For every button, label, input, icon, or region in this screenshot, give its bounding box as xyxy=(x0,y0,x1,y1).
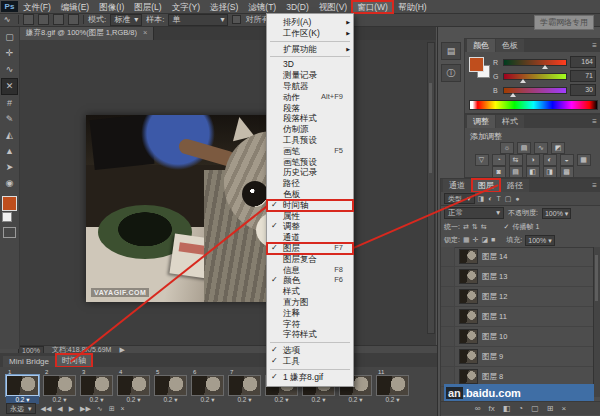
frame-delay-dropdown[interactable]: 0.2 ▾ xyxy=(265,396,298,404)
layer-thumbnail[interactable] xyxy=(459,309,478,324)
frame-delay-dropdown[interactable]: 0.2 ▾ xyxy=(376,396,409,404)
filter-icon[interactable]: ▢ xyxy=(505,195,512,203)
window-menu-item[interactable]: 调整 xyxy=(267,221,353,232)
window-menu-item[interactable] xyxy=(270,56,350,57)
adjustment-icon[interactable]: ▤ xyxy=(509,166,523,178)
adjustment-icon[interactable]: ◙ xyxy=(492,166,506,178)
frame-delay-dropdown[interactable]: 0.2 ▾ xyxy=(191,396,224,404)
subtract-selection-button[interactable] xyxy=(53,14,64,25)
sample-all-layers-checkbox[interactable] xyxy=(232,15,241,24)
layer-thumbnail[interactable] xyxy=(459,349,478,364)
menu-bar-item[interactable]: 文件(F) xyxy=(18,1,56,13)
unify-icon[interactable]: ⇅ xyxy=(472,223,478,231)
opacity-field[interactable]: 100% ▾ xyxy=(542,208,571,219)
mode-dropdown[interactable]: 标准 ▾ xyxy=(110,14,142,26)
adjustment-icon[interactable]: ⇆ xyxy=(509,154,523,166)
intersect-selection-button[interactable] xyxy=(68,14,79,25)
timeline-frame[interactable]: 2 0.2 ▾ xyxy=(43,369,76,404)
panel-tab[interactable]: 颜色 xyxy=(467,39,495,52)
panel-tab[interactable]: 通道 xyxy=(443,179,471,192)
window-menu-item[interactable]: 色板 xyxy=(267,189,353,200)
playback-button[interactable]: ▶▶ xyxy=(80,404,91,413)
sample-dropdown[interactable]: 单 ▾ xyxy=(168,14,228,26)
layer-thumbnail[interactable] xyxy=(459,329,478,344)
layer-thumbnail[interactable] xyxy=(459,269,478,284)
scrollbar-thumb[interactable] xyxy=(429,83,432,173)
window-menu-item[interactable]: 时间轴 xyxy=(267,200,353,211)
filter-icon[interactable]: T xyxy=(496,195,500,203)
add-selection-button[interactable] xyxy=(38,14,49,25)
frame-delay-dropdown[interactable]: 0.2 ▾ xyxy=(154,396,187,404)
playback-button[interactable]: ⊞ xyxy=(109,404,115,413)
frame-thumbnail[interactable] xyxy=(117,375,150,396)
timeline-frame[interactable]: 1 0.2 ▾ xyxy=(6,369,39,404)
layer-row[interactable]: 图层 13 xyxy=(441,267,594,287)
window-menu-item[interactable]: 段落样式 xyxy=(267,113,353,124)
window-menu-item[interactable]: 属性 xyxy=(267,211,353,222)
adjustment-icon[interactable]: ◨ xyxy=(543,166,557,178)
window-menu-item[interactable]: 工作区(K) xyxy=(267,28,353,39)
frame-delay-dropdown[interactable]: 0.2 ▾ xyxy=(228,396,261,404)
layer-row[interactable]: 图层 14 xyxy=(441,247,594,267)
visibility-eye-well[interactable] xyxy=(441,267,455,286)
timeline-frame[interactable]: 6 0.2 ▾ xyxy=(191,369,224,404)
layers-footer-icon[interactable]: fx xyxy=(489,404,495,413)
visibility-eye-well[interactable] xyxy=(441,327,455,346)
menu-bar-item[interactable]: 3D(D) xyxy=(281,1,314,13)
window-menu-item[interactable]: 注释 xyxy=(267,308,353,319)
tool-button[interactable]: ✎ xyxy=(2,112,17,127)
adjustment-icon[interactable]: ◐ xyxy=(543,154,557,166)
collapsed-panel-icon[interactable]: ▤ xyxy=(441,42,461,60)
menu-bar-item[interactable]: 滤镜(T) xyxy=(243,1,281,13)
playback-button[interactable]: ◀ xyxy=(57,404,62,413)
canvas-scrollbar[interactable] xyxy=(427,42,435,334)
panel-tab[interactable]: 样式 xyxy=(496,115,524,128)
window-menu-item[interactable]: 排列(A) xyxy=(267,17,353,28)
visibility-eye-well[interactable] xyxy=(441,347,455,366)
layers-footer-icon[interactable]: ⊞ xyxy=(547,404,554,413)
panel-tab[interactable]: 色板 xyxy=(496,39,524,52)
layers-footer-icon[interactable]: ◧ xyxy=(503,404,511,413)
layer-thumbnail[interactable] xyxy=(459,289,478,304)
tool-button[interactable]: ◭ xyxy=(2,128,17,143)
frame-thumbnail[interactable] xyxy=(228,375,261,396)
menu-bar-item[interactable]: 视图(V) xyxy=(314,1,352,13)
adjustment-icon[interactable]: ▩ xyxy=(560,166,574,178)
window-menu-item[interactable]: 画笔预设 xyxy=(267,157,353,168)
lock-icon[interactable]: ■ xyxy=(491,236,495,244)
timeline-frame[interactable]: 3 0.2 ▾ xyxy=(80,369,113,404)
window-menu-item[interactable]: 信息 F8 xyxy=(267,265,353,276)
frame-thumbnail[interactable] xyxy=(154,375,187,396)
adjustment-icon[interactable]: ◧ xyxy=(526,166,540,178)
window-menu-item[interactable]: 选项 xyxy=(267,345,353,356)
adjustment-icon[interactable]: ◑ xyxy=(526,154,540,166)
timeline-tab[interactable]: 时间轴 xyxy=(56,354,92,367)
timeline-frame[interactable]: 4 0.2 ▾ xyxy=(117,369,150,404)
playback-button[interactable]: ∿ xyxy=(97,404,103,413)
fill-field[interactable]: 100% ▾ xyxy=(525,235,554,246)
window-menu-item[interactable]: 画笔 F5 xyxy=(267,146,353,157)
blend-mode-dropdown[interactable]: 正常 ▾ xyxy=(444,207,504,219)
scrollbar-thumb[interactable] xyxy=(595,255,598,301)
loop-options-dropdown[interactable]: 永远 ▾ xyxy=(6,403,36,414)
playback-button[interactable]: ▶ xyxy=(69,404,74,413)
panel-menu-icon[interactable]: ≡ xyxy=(592,181,597,190)
window-menu-item[interactable]: 段落 xyxy=(267,103,353,114)
menu-bar-item[interactable]: 图层(L) xyxy=(129,1,166,13)
window-menu-item[interactable]: 颜色 F6 xyxy=(267,275,353,286)
adjustment-icon[interactable]: ▦ xyxy=(577,154,591,166)
panel-menu-icon[interactable]: ≡ xyxy=(592,41,597,50)
tool-button[interactable]: ✕ xyxy=(1,78,18,95)
menu-bar-item[interactable]: 文字(Y) xyxy=(167,1,205,13)
window-menu-item[interactable]: 直方图 xyxy=(267,297,353,308)
tool-button[interactable]: ▢ xyxy=(2,30,17,45)
panel-menu-icon[interactable]: ≡ xyxy=(592,117,597,126)
channel-slider[interactable] xyxy=(503,59,567,66)
tool-button[interactable]: ∿ xyxy=(2,62,17,77)
layer-row[interactable]: 图层 11 xyxy=(441,307,594,327)
channel-value-field[interactable]: 164 xyxy=(570,56,596,68)
layer-thumbnail[interactable] xyxy=(459,369,478,384)
visibility-eye-well[interactable] xyxy=(441,287,455,306)
playback-button[interactable]: × xyxy=(121,404,125,413)
quick-mask-button[interactable] xyxy=(3,227,16,238)
